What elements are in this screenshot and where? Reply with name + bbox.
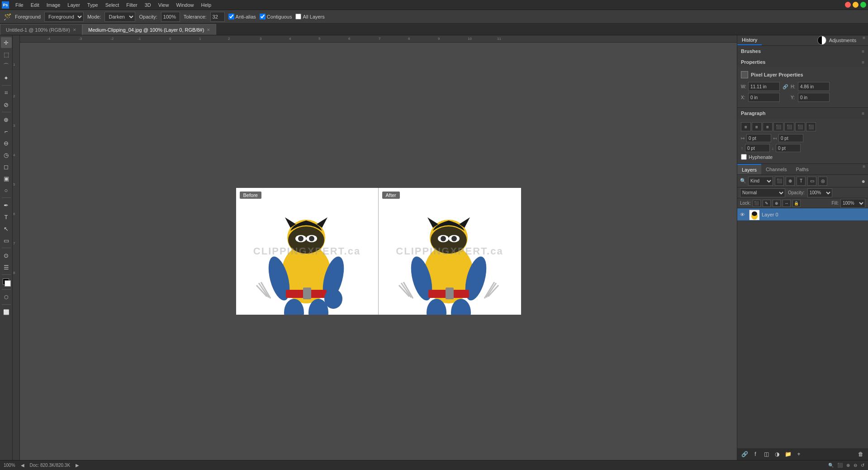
y-input[interactable] xyxy=(798,93,830,102)
properties-collapse[interactable]: ≡ xyxy=(862,60,864,65)
space-after-input[interactable] xyxy=(776,144,801,152)
menu-help[interactable]: Help xyxy=(198,1,215,9)
shape-tool[interactable]: ▭ xyxy=(1,235,12,246)
zoom-out-btn[interactable]: ⊖ xyxy=(854,463,857,468)
layer-mask-btn[interactable]: ◫ xyxy=(762,450,771,458)
filter-text-btn[interactable]: T xyxy=(797,177,806,186)
foreground-bg-tool[interactable] xyxy=(1,277,12,288)
pen-tool[interactable]: ✒ xyxy=(1,200,12,211)
filter-shape-btn[interactable]: ▭ xyxy=(807,177,816,186)
eyedropper-tool[interactable]: ⊘ xyxy=(1,99,12,110)
kind-select[interactable]: Kind xyxy=(748,177,773,186)
menu-image[interactable]: Image xyxy=(43,1,64,9)
eraser-tool[interactable]: ◻ xyxy=(1,161,12,172)
history-tab[interactable]: History xyxy=(737,35,762,45)
layers-tab-layers[interactable]: Layers xyxy=(737,164,761,174)
layers-tab-channels[interactable]: Channels xyxy=(761,164,791,174)
menu-window[interactable]: Window xyxy=(172,1,197,9)
link-icon[interactable]: 🔗 xyxy=(782,83,789,90)
arrow-left[interactable]: ◀ xyxy=(21,463,24,468)
all-layers-checkbox[interactable] xyxy=(295,14,301,19)
filter-smart-btn[interactable]: ◎ xyxy=(818,177,827,186)
menu-layer[interactable]: Layer xyxy=(64,1,84,9)
justify-left-btn[interactable]: ⬛ xyxy=(773,122,783,131)
lasso-tool[interactable]: ⌒ xyxy=(1,61,12,72)
x-input[interactable] xyxy=(748,93,780,102)
new-layer-btn[interactable]: + xyxy=(794,450,803,458)
all-layers-label[interactable]: All Layers xyxy=(295,14,324,19)
tab-untitled-close[interactable]: ✕ xyxy=(73,28,76,32)
layer-style-btn[interactable]: f xyxy=(751,450,760,458)
foreground-dropdown[interactable]: Foreground xyxy=(44,12,84,22)
opacity-input[interactable] xyxy=(161,12,180,22)
indent-before-input[interactable] xyxy=(746,134,771,142)
anti-alias-label[interactable]: Anti-alias xyxy=(228,14,256,19)
group-layer-btn[interactable]: 📁 xyxy=(783,450,792,458)
crop-tool[interactable]: ⌗ xyxy=(1,87,12,98)
adjustments-icon-wrapper[interactable]: Adjustments xyxy=(814,35,860,45)
clone-stamp-tool[interactable]: ⊖ xyxy=(1,138,12,149)
link-layers-btn[interactable]: 🔗 xyxy=(740,450,749,458)
space-before-input[interactable] xyxy=(745,144,770,152)
fill-select[interactable]: 100% xyxy=(840,199,865,208)
mode-select[interactable]: Darken Normal Multiply xyxy=(104,12,135,22)
layer-item-0[interactable]: 👁 Layer 0 xyxy=(737,208,868,221)
justify-all-btn[interactable]: ⬛ xyxy=(806,122,816,131)
filter-adjustment-btn[interactable]: ⊕ xyxy=(786,177,795,186)
brushes-collapse[interactable]: ≡ xyxy=(862,49,864,54)
lock-move-btn[interactable]: ↔ xyxy=(783,200,791,207)
quick-mask-tool[interactable]: ⬡ xyxy=(1,292,12,302)
properties-panel-header[interactable]: Properties ≡ xyxy=(737,57,868,67)
hyphenate-checkbox[interactable] xyxy=(741,154,747,160)
menu-file[interactable]: File xyxy=(12,1,27,9)
maximize-btn[interactable] xyxy=(860,2,866,8)
filter-pixel-btn[interactable]: ⬛ xyxy=(775,177,784,186)
height-input[interactable] xyxy=(798,82,830,91)
rectangle-select-tool[interactable]: ⬚ xyxy=(1,49,12,60)
move-tool[interactable]: ✛ xyxy=(1,37,12,48)
tolerance-input[interactable] xyxy=(210,12,225,22)
screen-mode-tool[interactable]: ⬜ xyxy=(1,307,12,317)
panel-options-btn[interactable]: ≡ xyxy=(860,35,868,45)
paragraph-panel-header[interactable]: Paragraph ≡ xyxy=(737,108,868,119)
layers-tab-paths[interactable]: Paths xyxy=(792,164,813,174)
gradient-tool[interactable]: ▣ xyxy=(1,173,12,184)
menu-select[interactable]: Select xyxy=(102,1,123,9)
search-icon-status[interactable]: 🔍 xyxy=(828,463,834,468)
minimize-btn[interactable] xyxy=(853,2,859,8)
justify-right-btn[interactable]: ⬛ xyxy=(795,122,805,131)
justify-center-btn[interactable]: ⬛ xyxy=(784,122,794,131)
brush-tool[interactable]: ⌐ xyxy=(1,126,12,137)
history-brush-tool[interactable]: ◷ xyxy=(1,149,12,160)
tab-medium-clipping[interactable]: Medium-Clipping_04.jpg @ 100% (Layer 0, … xyxy=(82,24,216,35)
lock-artboard-btn[interactable]: ⊕ xyxy=(773,200,781,207)
tab-medium-clipping-close[interactable]: ✕ xyxy=(207,28,210,32)
close-btn[interactable] xyxy=(845,2,851,8)
spot-healing-tool[interactable]: ⊕ xyxy=(1,114,12,125)
lock-position-btn[interactable]: ✎ xyxy=(763,200,771,207)
filter-toggle[interactable]: ● xyxy=(862,177,865,185)
zoom-tool[interactable]: ⊙ xyxy=(1,250,12,261)
blend-mode-select[interactable]: Normal Multiply Darken xyxy=(740,188,785,197)
menu-view[interactable]: View xyxy=(155,1,173,9)
menu-filter[interactable]: Filter xyxy=(123,1,141,9)
zoom-in-btn[interactable]: ⊕ xyxy=(846,463,850,468)
menu-edit[interactable]: Edit xyxy=(27,1,43,9)
menu-type[interactable]: Type xyxy=(84,1,102,9)
path-select-tool[interactable]: ↖ xyxy=(1,223,12,234)
contiguous-label[interactable]: Contiguous xyxy=(260,14,292,19)
align-left-btn[interactable]: ≡ xyxy=(741,122,751,131)
text-tool[interactable]: T xyxy=(1,211,12,222)
tab-untitled[interactable]: Untitled-1 @ 100% (RGB/8#) ✕ xyxy=(0,24,82,35)
rotate-btn[interactable]: ↺ xyxy=(861,463,864,468)
paragraph-collapse[interactable]: ≡ xyxy=(862,111,864,116)
arrow-right[interactable]: ▶ xyxy=(76,463,79,468)
panel-arrange-btn[interactable]: ⬛ xyxy=(837,463,843,468)
menu-3d[interactable]: 3D xyxy=(141,1,155,9)
adjustment-layer-btn[interactable]: ◑ xyxy=(773,450,782,458)
lock-pixels-btn[interactable]: ⬛ xyxy=(753,200,761,207)
align-right-btn[interactable]: ≡ xyxy=(763,122,773,131)
indent-after-input[interactable] xyxy=(778,134,803,142)
opacity-row-select[interactable]: 100% xyxy=(807,188,832,197)
layers-panel-options[interactable]: ≡ xyxy=(860,164,868,174)
